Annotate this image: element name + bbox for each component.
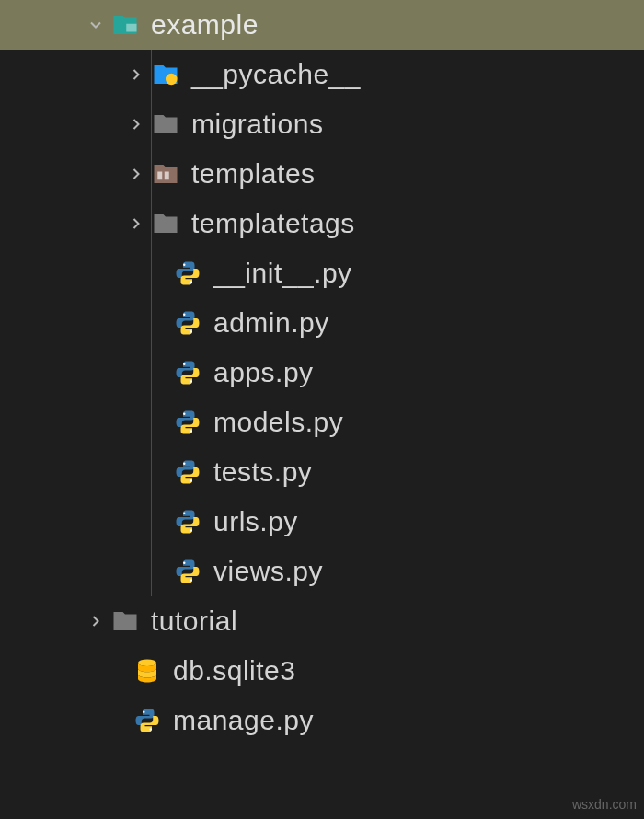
folder-migrations[interactable]: migrations [0,99,644,149]
folder-icon [149,110,182,138]
svg-point-18 [138,660,156,667]
svg-point-6 [183,313,186,316]
python-icon [171,458,204,486]
watermark: wsxdn.com [572,797,637,812]
file-label: models.py [213,407,343,438]
chevron-right-icon [123,214,149,233]
python-icon [131,707,164,734]
svg-point-8 [183,363,186,365]
file-explorer-tree: example __pycache__ migrations [0,0,644,745]
file-models-py[interactable]: models.py [0,398,644,447]
folder-icon [109,607,142,635]
file-label: urls.py [213,506,298,537]
chevron-right-icon [123,165,149,183]
file-label: db.sqlite3 [173,655,295,686]
file-init-py[interactable]: __init__.py [0,248,644,298]
file-urls-py[interactable]: urls.py [0,497,644,547]
svg-point-14 [183,512,186,514]
svg-point-4 [183,263,186,266]
file-apps-py[interactable]: apps.py [0,348,644,398]
svg-point-13 [190,479,193,482]
file-tests-py[interactable]: tests.py [0,447,644,497]
svg-point-7 [190,330,193,333]
folder-templates-icon [149,160,182,188]
svg-rect-2 [157,172,162,180]
svg-point-9 [190,380,193,383]
svg-rect-0 [126,24,136,32]
chevron-right-icon [83,612,109,630]
folder-label: templatetags [191,208,355,239]
file-label: tests.py [213,456,312,488]
file-label: manage.py [173,705,314,736]
folder-tutorial[interactable]: tutorial [0,596,644,646]
svg-point-16 [183,561,186,564]
folder-python-icon [149,61,182,88]
file-views-py[interactable]: views.py [0,547,644,596]
svg-rect-3 [165,172,169,180]
python-icon [171,508,204,536]
python-icon [171,309,204,337]
database-icon [131,657,164,685]
folder-label: migrations [191,109,323,140]
file-admin-py[interactable]: admin.py [0,298,644,348]
folder-special-icon [109,11,142,39]
folder-label: __pycache__ [191,59,361,90]
svg-point-15 [190,529,193,532]
chevron-right-icon [123,115,149,133]
python-icon [171,260,204,287]
python-icon [171,359,204,386]
file-db-sqlite3[interactable]: db.sqlite3 [0,646,644,696]
svg-point-17 [190,579,193,582]
python-icon [171,409,204,436]
folder-label: tutorial [151,606,237,637]
folder-icon [149,210,182,237]
svg-point-19 [143,710,145,713]
folder-templates[interactable]: templates [0,149,644,199]
chevron-right-icon [123,65,149,84]
svg-point-11 [190,430,193,433]
svg-point-12 [183,462,186,465]
file-label: apps.py [213,357,314,388]
svg-point-1 [166,74,178,86]
folder-label: example [151,9,259,40]
file-label: admin.py [213,307,329,339]
folder-example[interactable]: example [0,0,644,50]
file-manage-py[interactable]: manage.py [0,696,644,745]
svg-point-10 [183,412,186,415]
file-label: views.py [213,556,323,587]
svg-point-20 [150,728,153,731]
svg-point-5 [190,281,193,283]
folder-pycache[interactable]: __pycache__ [0,50,644,99]
chevron-down-icon [83,16,109,34]
folder-templatetags[interactable]: templatetags [0,199,644,248]
folder-label: templates [191,158,316,190]
file-label: __init__.py [213,258,352,289]
python-icon [171,558,204,585]
